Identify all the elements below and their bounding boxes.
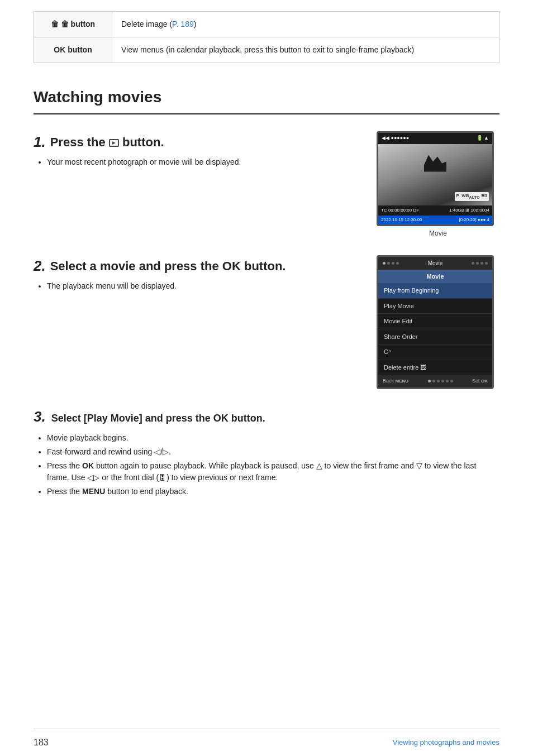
menu-title: Movie: [378, 270, 492, 284]
step-2-menu: Movie Movie Play from Beginning Play Mov…: [377, 255, 499, 389]
dot-b3: [437, 380, 440, 382]
menu-item-play-movie[interactable]: Play Movie: [378, 299, 492, 314]
section-title: Watching movies: [34, 85, 499, 114]
step-3-bullet-4: Press the MENU button to end playback.: [47, 486, 499, 497]
menu-top-label: Movie: [401, 259, 469, 267]
table-row: OK button View menus (in calendar playba…: [34, 37, 499, 63]
menu-item-delete-entire[interactable]: Delete entire 🖼: [378, 360, 492, 376]
lcd-top-icons: ◀◀ ●●●●●●: [382, 135, 409, 142]
playback-menu-lcd: Movie Movie Play from Beginning Play Mov…: [377, 255, 494, 389]
footer-section-label: Viewing photographs and movies: [393, 737, 499, 748]
dot-7: [480, 262, 483, 265]
menu-set-label: Set OK: [472, 377, 488, 385]
lcd-date: 2022.10.15 12:30:00: [381, 217, 422, 223]
step-3-bullet-3: Press the OK button again to pause playb…: [47, 460, 499, 484]
step-3-block: 3. Select [Play Movie] and press the OK …: [34, 406, 499, 500]
dot-b4: [441, 380, 444, 382]
menu-item-movie-edit[interactable]: Movie Edit: [378, 314, 492, 329]
dot-3: [392, 262, 394, 265]
dot-1: [383, 262, 386, 265]
step-3-instruction: Select [Play Movie] and press the OK but…: [51, 411, 265, 426]
step-2-instruction: Select a movie and press the OK button.: [50, 257, 286, 275]
step-2-bullets: The playback menu will be displayed.: [47, 280, 365, 292]
menu-item-on[interactable]: Oⁿ: [378, 344, 492, 360]
ok-button-label: OK button: [34, 37, 112, 63]
trash-button-description: Delete image (P. 189): [112, 12, 499, 37]
step-1-image: ◀◀ ●●●●●● 🔋 ▲ P WBAUTO ✱3 TC 00:00:00:00…: [377, 131, 499, 238]
lcd-battery: 🔋 ▲: [477, 135, 489, 142]
menu-item-play-from-beginning[interactable]: Play from Beginning: [378, 283, 492, 299]
trash-icon: 🗑: [51, 20, 59, 28]
step-3-bullets: Movie playback begins. Fast-forward and …: [47, 432, 499, 497]
step-1-content: 1. Press the button. Your most recent ph…: [34, 131, 365, 170]
dot-8: [485, 262, 488, 265]
camera-lcd-display: ◀◀ ●●●●●● 🔋 ▲ P WBAUTO ✱3 TC 00:00:00:00…: [377, 131, 494, 226]
lcd-bottom-bar: 2022.10.15 12:30:00 [0:20:20] ●●● 4: [378, 216, 492, 224]
dot-4: [396, 262, 399, 265]
dot-b5: [446, 380, 449, 382]
lcd-timecode: TC 00:00:00:00 DF: [381, 207, 419, 214]
page-number: 183: [34, 736, 49, 749]
dot-2: [387, 262, 390, 265]
lcd-p-badge: P WBAUTO ✱3: [455, 192, 489, 201]
spacer: [34, 516, 499, 729]
table-row: 🗑 🗑 button Delete image (P. 189): [34, 12, 499, 37]
lcd-duration: [0:20:20] ●●● 4: [459, 217, 489, 223]
step-1-number: 1.: [34, 131, 46, 153]
button-reference-table: 🗑 🗑 button Delete image (P. 189) OK butt…: [34, 11, 499, 63]
movie-caption: Movie: [377, 228, 499, 238]
step-2-header: 2. Select a movie and press the OK butto…: [34, 255, 365, 277]
step-1-bullets: Your most recent photograph or movie wil…: [47, 156, 365, 168]
menu-item-share-order[interactable]: Share Order: [378, 329, 492, 345]
step-3-bullet-2: Fast-forward and rewind using ◁/▷.: [47, 446, 499, 458]
step-2-content: 2. Select a movie and press the OK butto…: [34, 255, 365, 294]
page-footer: 183 Viewing photographs and movies: [34, 729, 499, 756]
ok-button-description: View menus (in calendar playback, press …: [112, 37, 499, 63]
step-3-header: 3. Select [Play Movie] and press the OK …: [34, 406, 499, 428]
lcd-top-bar: ◀◀ ●●●●●● 🔋 ▲: [378, 133, 492, 144]
dot-6: [476, 262, 479, 265]
menu-back-label: Back MENU: [383, 377, 408, 385]
step-1-instruction: Press the button.: [50, 133, 164, 151]
trash-button-label: 🗑 🗑 button: [34, 12, 112, 37]
step-2-bullet-1: The playback menu will be displayed.: [47, 280, 365, 292]
play-button-icon: [109, 139, 119, 147]
lcd-image-area: P WBAUTO ✱3: [378, 144, 492, 205]
step-3-bullet-1: Movie playback begins.: [47, 432, 499, 444]
menu-top-dots: [383, 262, 399, 265]
menu-top-dots-right: [472, 262, 488, 265]
dot-b1: [428, 380, 431, 382]
dot-b6: [450, 380, 453, 382]
page-link-189[interactable]: P. 189: [172, 20, 194, 28]
lcd-info-bar: TC 00:00:00:00 DF 1:40GB ⊞ 100:0004: [378, 205, 492, 216]
step-3-number: 3.: [34, 406, 46, 428]
menu-bottom-bar: Back MENU Set OK: [378, 375, 492, 387]
step-2-number: 2.: [34, 255, 46, 277]
lcd-storage: 1:40GB ⊞ 100:0004: [449, 207, 489, 214]
dot-b2: [432, 380, 435, 382]
menu-bottom-dots: [428, 380, 453, 382]
step-1-header: 1. Press the button.: [34, 131, 365, 153]
menu-top-bar: Movie: [378, 257, 492, 270]
step-1-block: 1. Press the button. Your most recent ph…: [34, 131, 499, 238]
step-1-bullet-1: Your most recent photograph or movie wil…: [47, 156, 365, 168]
step-2-block: 2. Select a movie and press the OK butto…: [34, 255, 499, 389]
dot-5: [472, 262, 474, 265]
